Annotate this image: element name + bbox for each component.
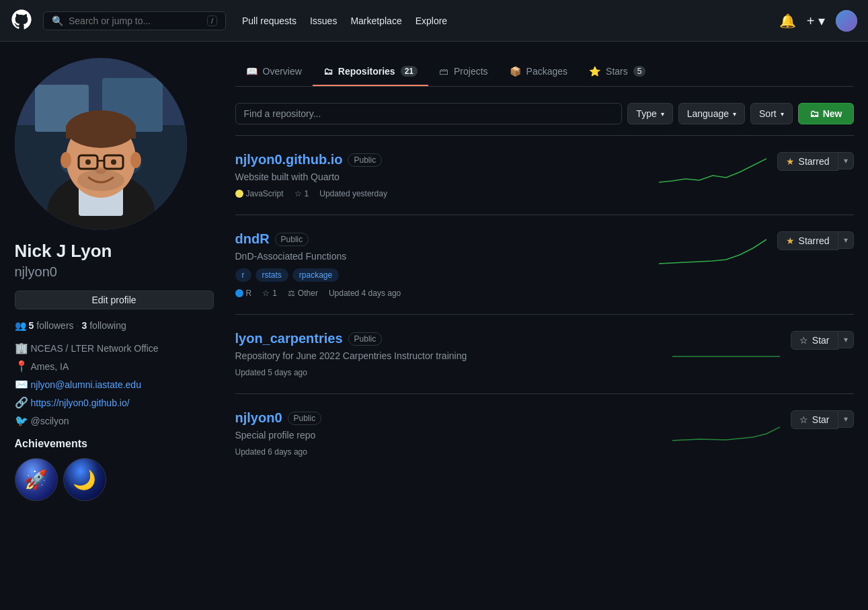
projects-icon: 🗃 <box>439 66 448 77</box>
achievements-title: Achievements <box>15 438 214 450</box>
type-filter-label: Type <box>636 108 656 119</box>
repo-item: njlyon0.github.io Public Website built w… <box>235 135 854 215</box>
search-input[interactable] <box>69 15 202 26</box>
profile-stats: 👥 5 followers · 3 following <box>15 320 214 331</box>
repo-item: njlyon0 Public Special profile repo Upda… <box>235 393 854 473</box>
stars-count: 1 <box>272 289 277 298</box>
new-dropdown-button[interactable]: + ▾ <box>807 13 825 29</box>
repo-fork-type: ⚖ Other <box>288 289 318 298</box>
repo-tag[interactable]: rstats <box>255 268 288 282</box>
achievement-badge-2[interactable]: 🌙 <box>63 458 106 501</box>
type-filter-button[interactable]: Type ▾ <box>627 103 672 124</box>
starred-button[interactable]: ★ Starred <box>777 231 838 250</box>
nav-pull-requests[interactable]: Pull requests <box>242 15 297 26</box>
repo-language: JavaScript <box>235 189 284 198</box>
navbar-search[interactable]: 🔍 / <box>43 11 226 30</box>
language-filter-label: Language <box>687 108 729 119</box>
repo-name-link[interactable]: lyon_carpentries <box>235 331 343 346</box>
repo-tag[interactable]: rpackage <box>292 268 339 282</box>
lang-color-dot <box>235 190 243 198</box>
followers-icon: 👥 <box>15 320 26 331</box>
repo-name-link[interactable]: njlyon0 <box>235 410 282 426</box>
star-label: Starred <box>799 235 830 246</box>
star-filled-icon: ★ <box>786 235 795 246</box>
building-icon: 🏢 <box>15 342 26 354</box>
repo-meta: Updated 5 days ago <box>235 368 662 377</box>
repo-visibility-badge: Public <box>288 412 322 425</box>
website-link[interactable]: https://njlyon0.github.io/ <box>31 397 130 408</box>
star-icon: ☆ <box>294 189 302 198</box>
followers-count[interactable]: 5 <box>29 320 34 331</box>
meta-website: 🔗 https://njlyon0.github.io/ <box>15 396 214 409</box>
repo-stars: ☆ 1 <box>262 289 277 298</box>
star-dropdown-button[interactable]: ▾ <box>838 410 854 428</box>
language-filter-button[interactable]: Language ▾ <box>678 103 745 124</box>
repo-language: R <box>235 289 252 298</box>
repo-info: lyon_carpentries Public Repository for J… <box>235 331 662 377</box>
lang-name: JavaScript <box>246 189 284 198</box>
repo-visibility-badge: Public <box>348 332 383 346</box>
tab-projects[interactable]: 🗃 Projects <box>428 58 499 86</box>
star-dropdown-button[interactable]: ▾ <box>838 331 854 348</box>
meta-twitter: 🐦 @scilyon <box>15 414 214 427</box>
repo-name-row: njlyon0 Public <box>235 410 662 426</box>
nav-issues[interactable]: Issues <box>310 15 337 26</box>
repo-updated: Updated yesterday <box>319 189 387 198</box>
repo-info: dndR Public DnD-Associated Functions r r… <box>235 231 648 298</box>
lang-color-dot <box>235 289 243 297</box>
packages-icon: 📦 <box>510 66 521 77</box>
new-repo-button[interactable]: 🗂 New <box>798 103 854 124</box>
sparkline <box>659 231 766 265</box>
stars-icon: ⭐ <box>589 66 600 77</box>
repo-name-row: njlyon0.github.io Public <box>235 152 648 167</box>
achievement-badge-1[interactable]: 🚀 <box>15 458 58 501</box>
twitter-handle: @scilyon <box>31 416 69 426</box>
svg-point-12 <box>61 152 71 168</box>
notifications-button[interactable]: 🔔 <box>779 13 796 29</box>
stars-count-badge: 5 <box>633 66 646 77</box>
repo-name-link[interactable]: njlyon0.github.io <box>235 152 343 167</box>
starred-button[interactable]: ★ Starred <box>777 152 838 171</box>
tab-stars-label: Stars <box>606 66 628 77</box>
star-button[interactable]: ☆ Star <box>791 410 838 429</box>
github-logo[interactable] <box>11 9 32 32</box>
star-button[interactable]: ☆ Star <box>791 331 838 350</box>
repo-item: dndR Public DnD-Associated Functions r r… <box>235 215 854 314</box>
repos-icon: 🗂 <box>323 66 333 77</box>
sort-filter-button[interactable]: Sort ▾ <box>750 103 793 124</box>
sparkline <box>672 331 780 365</box>
star-dropdown-button[interactable]: ▾ <box>838 231 854 249</box>
star-empty-icon: ☆ <box>799 335 808 346</box>
repo-name-row: dndR Public <box>235 231 648 247</box>
nav-marketplace[interactable]: Marketplace <box>350 15 401 26</box>
link-icon: 🔗 <box>15 396 26 409</box>
nav-explore[interactable]: Explore <box>416 15 447 26</box>
star-dropdown-button[interactable]: ▾ <box>838 152 854 169</box>
repo-tag[interactable]: r <box>235 268 251 282</box>
edit-profile-button[interactable]: Edit profile <box>15 291 214 309</box>
repo-stars: ☆ 1 <box>294 189 309 198</box>
svg-rect-11 <box>66 125 136 139</box>
tab-repositories-label: Repositories <box>338 66 395 77</box>
repo-item: lyon_carpentries Public Repository for J… <box>235 314 854 393</box>
avatar-emoji[interactable]: 😊 <box>161 204 180 223</box>
tab-overview[interactable]: 📖 Overview <box>235 58 313 86</box>
repo-filters: Type ▾ Language ▾ Sort ▾ 🗂 New <box>235 103 854 124</box>
navbar-right: 🔔 + ▾ <box>779 10 857 32</box>
new-repo-label: New <box>823 108 842 119</box>
star-dropdown-chevron-icon: ▾ <box>844 156 848 165</box>
user-avatar-button[interactable] <box>836 10 857 32</box>
tab-repositories[interactable]: 🗂 Repositories 21 <box>313 58 428 86</box>
repo-name-link[interactable]: dndR <box>235 231 270 247</box>
repo-actions: ★ Starred ▾ <box>777 152 854 171</box>
repo-search-input[interactable] <box>235 103 623 124</box>
email-link[interactable]: njlyon@alumni.iastate.edu <box>31 379 141 390</box>
meta-email: ✉️ njlyon@alumni.iastate.edu <box>15 378 214 391</box>
org-name: NCEAS / LTER Network Office <box>31 343 159 354</box>
tab-stars[interactable]: ⭐ Stars 5 <box>578 58 656 86</box>
repo-description: Website built with Quarto <box>235 171 648 182</box>
following-count[interactable]: 3 <box>81 320 87 331</box>
tab-packages[interactable]: 📦 Packages <box>499 58 578 86</box>
star-dropdown-chevron-icon: ▾ <box>844 335 848 344</box>
repo-meta: R ☆ 1 ⚖ Other Updated 4 days ago <box>235 289 648 298</box>
